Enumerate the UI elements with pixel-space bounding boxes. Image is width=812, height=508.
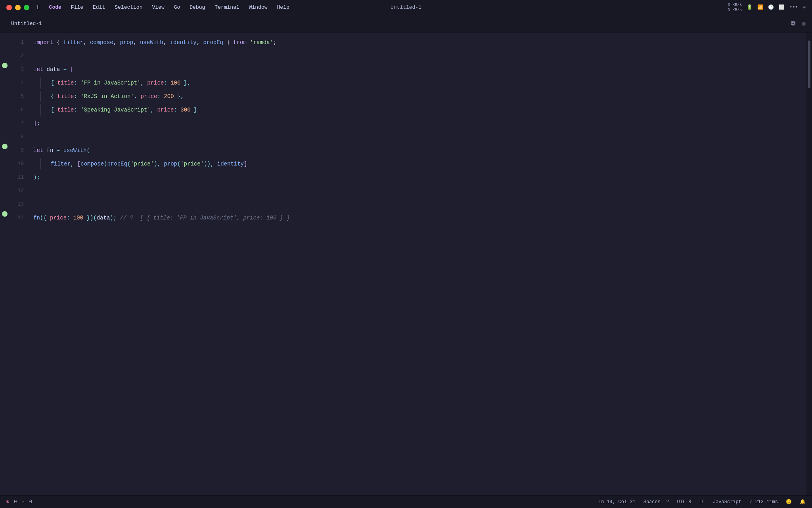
scrollbar-thumb[interactable]: [808, 40, 810, 88]
dot-icon: [802, 22, 806, 26]
breakpoint-14[interactable]: [2, 211, 8, 217]
close-button[interactable]: [6, 5, 12, 10]
cast-icon: ⬜: [779, 4, 785, 10]
window-title: Untitled-1: [391, 4, 421, 10]
language-indicator[interactable]: JavaScript: [713, 499, 741, 505]
menu-file[interactable]: File: [69, 4, 85, 11]
breakpoint-9[interactable]: [2, 144, 8, 149]
table-row: 3 let data = [: [0, 63, 806, 76]
maximize-button[interactable]: [24, 5, 29, 10]
table-row: 13: [0, 198, 806, 211]
tabbar-icons: ⧉: [791, 20, 806, 27]
minimize-button[interactable]: [15, 5, 21, 10]
errors-count[interactable]: 0: [14, 499, 17, 505]
battery-icon: 🔋: [747, 4, 753, 10]
spaces-indicator[interactable]: Spaces: 2: [643, 499, 669, 505]
breakpoint-col-9: [0, 144, 10, 149]
statusbar-right: Ln 14, Col 31 Spaces: 2 UTF-8 LF JavaScr…: [598, 499, 806, 505]
perf-indicator: ✓ 213.11ms: [749, 499, 778, 505]
menu-help[interactable]: Help: [276, 4, 291, 11]
network-stats: 0 KB/s 0 KB/s: [728, 2, 742, 13]
menu-selection[interactable]: Selection: [113, 4, 144, 11]
tab-untitled[interactable]: Untitled-1: [6, 18, 47, 29]
network-up: 0 KB/s: [728, 2, 742, 8]
encoding-indicator[interactable]: UTF-8: [677, 499, 691, 505]
line-number-3: 3: [10, 63, 33, 76]
breakpoint-3[interactable]: [2, 63, 8, 68]
menu-bar:  Code File Edit Selection View Go Debug…: [37, 4, 291, 11]
titlebar:  Code File Edit Selection View Go Debug…: [0, 0, 812, 15]
table-row: 1 import { filter, compose, prop, useWit…: [0, 36, 806, 49]
code-content-6: { title: 'Speaking JavaScript', price: 3…: [33, 103, 800, 117]
menu-terminal[interactable]: Terminal: [213, 4, 241, 11]
errors-icon: ⊗: [6, 499, 9, 505]
network-down: 0 KB/s: [728, 8, 742, 13]
table-row: 5 { title: 'RxJS in Action', price: 200 …: [0, 90, 806, 103]
eol-indicator[interactable]: LF: [699, 499, 705, 505]
table-row: 11 );: [0, 171, 806, 184]
code-content-1: import { filter, compose, prop, useWith,…: [33, 36, 800, 49]
clock-icon: 🕐: [768, 4, 774, 10]
line-number-7: 7: [10, 117, 33, 130]
table-row: 4 { title: 'FP in JavaScript', price: 10…: [0, 76, 806, 90]
code-content-10: filter, [compose(propEq('price'), prop('…: [33, 157, 800, 171]
cursor-position[interactable]: Ln 14, Col 31: [598, 499, 636, 505]
table-row: 8: [0, 130, 806, 144]
table-row: 7 ];: [0, 117, 806, 130]
list-icon[interactable]: ≡: [803, 5, 806, 10]
line-number-6: 6: [10, 103, 33, 117]
warnings-icon: ⚠: [21, 499, 24, 505]
code-content-5: { title: 'RxJS in Action', price: 200 },: [33, 90, 800, 103]
table-row: 2: [0, 49, 806, 63]
warnings-count[interactable]: 0: [29, 499, 32, 505]
table-row: 14 fn({ price: 100 })(data); // ? [ { ti…: [0, 211, 806, 225]
statusbar-left: ⊗ 0 ⚠ 0: [6, 499, 32, 505]
menu-debug[interactable]: Debug: [188, 4, 207, 11]
table-row: 12: [0, 184, 806, 198]
line-number-9: 9: [10, 144, 33, 157]
line-number-8: 8: [10, 130, 33, 144]
notification-icon[interactable]: 🔔: [800, 499, 806, 505]
apple-icon[interactable]: : [37, 4, 41, 11]
statusbar: ⊗ 0 ⚠ 0 Ln 14, Col 31 Spaces: 2 UTF-8 LF…: [0, 495, 812, 508]
smiley-icon[interactable]: 🙂: [786, 499, 792, 505]
titlebar-left:  Code File Edit Selection View Go Debug…: [6, 4, 291, 11]
titlebar-right: 0 KB/s 0 KB/s 🔋 📶 🕐 ⬜ ••• ≡: [728, 2, 806, 13]
menu-code[interactable]: Code: [48, 4, 63, 11]
line-number-2: 2: [10, 49, 33, 63]
line-number-10: 10: [10, 157, 33, 171]
line-number-13: 13: [10, 198, 33, 211]
menu-window[interactable]: Window: [247, 4, 269, 11]
table-row: 9 let fn = useWith(: [0, 144, 806, 157]
breakpoint-col-3: [0, 63, 10, 68]
editor-container: 1 import { filter, compose, prop, useWit…: [0, 33, 812, 495]
wifi-icon: 📶: [757, 4, 763, 10]
menu-view[interactable]: View: [150, 4, 166, 11]
line-number-5: 5: [10, 90, 33, 103]
menu-go[interactable]: Go: [172, 4, 182, 11]
traffic-lights: [6, 5, 29, 10]
code-content-14: fn({ price: 100 })(data); // ? [ { title…: [33, 211, 800, 225]
code-content-3: let data = [: [33, 63, 800, 76]
code-content-11: );: [33, 171, 800, 184]
line-number-4: 4: [10, 76, 33, 90]
line-number-1: 1: [10, 36, 33, 49]
code-editor[interactable]: 1 import { filter, compose, prop, useWit…: [0, 33, 806, 495]
table-row: 6 { title: 'Speaking JavaScript', price:…: [0, 103, 806, 117]
breakpoint-col-14: [0, 211, 10, 217]
code-content-9: let fn = useWith(: [33, 144, 800, 157]
scrollbar[interactable]: [806, 33, 812, 495]
table-row: 10 filter, [compose(propEq('price'), pro…: [0, 157, 806, 171]
code-content-7: ];: [33, 117, 800, 130]
line-number-14: 14: [10, 211, 33, 225]
menu-edit[interactable]: Edit: [91, 4, 107, 11]
line-number-12: 12: [10, 184, 33, 198]
more-icon[interactable]: •••: [789, 5, 798, 10]
tabbar: Untitled-1 ⧉: [0, 15, 812, 33]
split-editor-icon[interactable]: ⧉: [791, 20, 795, 27]
code-content-4: { title: 'FP in JavaScript', price: 100 …: [33, 76, 800, 90]
line-number-11: 11: [10, 171, 33, 184]
